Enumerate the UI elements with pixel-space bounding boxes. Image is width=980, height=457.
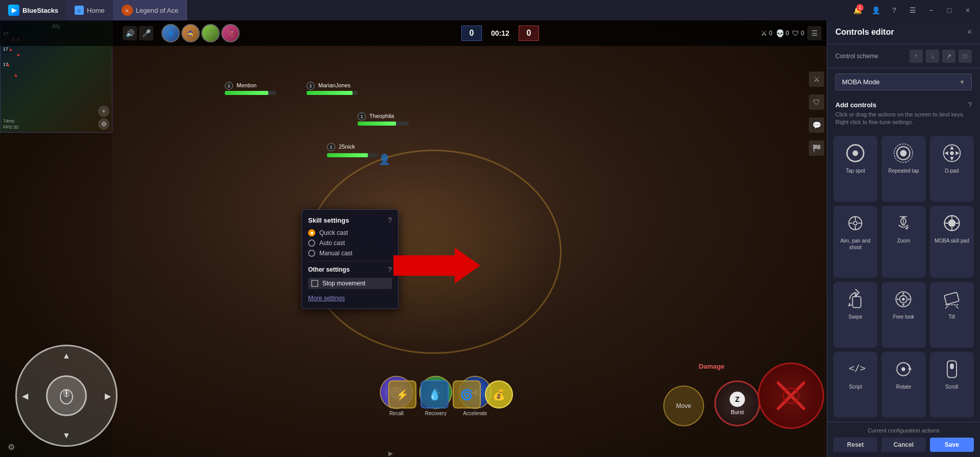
manual-cast-option[interactable]: Manual cast: [308, 250, 392, 257]
item-btn-2[interactable]: 💧: [421, 380, 449, 408]
nick25-level: 1: [327, 143, 335, 151]
skill-popup: Skill settings ? Quick cast Auto cast Ma…: [301, 209, 399, 309]
zoom-svg: [893, 213, 914, 233]
marian-name-text: MarianJones: [318, 82, 351, 88]
svg-rect-39: [944, 293, 959, 305]
quick-cast-option[interactable]: Quick cast: [308, 229, 392, 236]
other-settings-help[interactable]: ?: [388, 266, 392, 274]
dpad-ctrl-svg: [942, 143, 962, 163]
cancel-button[interactable]: Cancel: [881, 438, 925, 452]
minimap-zoom-btn[interactable]: +: [98, 106, 109, 117]
reset-button[interactable]: Reset: [833, 438, 877, 452]
scheme-export-btn[interactable]: ↗: [942, 50, 955, 63]
notification-button[interactable]: 🔔 1: [849, 2, 866, 18]
theophila-health-fill: [358, 122, 396, 126]
minimap-settings-btn[interactable]: ⚙: [98, 118, 109, 130]
quick-cast-radio[interactable]: [308, 229, 315, 236]
auto-cast-radio[interactable]: [308, 239, 315, 247]
auto-cast-option[interactable]: Auto cast: [308, 239, 392, 247]
tilt-icon: [941, 288, 963, 310]
home-tab[interactable]: ⌂ Home: [66, 0, 113, 20]
control-rotate[interactable]: Rotate: [881, 352, 925, 418]
control-aim-pan[interactable]: Aim, pan and shoot: [833, 206, 877, 278]
theophila-name: 1 Theophila: [358, 112, 409, 121]
control-tilt[interactable]: Tilt: [930, 282, 974, 348]
svg-marker-16: [950, 146, 953, 149]
mic-btn[interactable]: 🎤: [139, 26, 153, 40]
control-script[interactable]: </> Script: [833, 352, 877, 418]
title-bar-right: 🔔 1 👤 ? ☰ − □ ×: [849, 2, 980, 18]
menu-button[interactable]: ☰: [904, 2, 921, 18]
svg-point-29: [948, 219, 956, 227]
scheme-dropdown[interactable]: MOBA Mode ▼: [835, 74, 972, 90]
controls-panel: Controls editor × Control scheme ↑ ↓ ↗ □…: [827, 20, 980, 457]
dpad-down[interactable]: ▼: [62, 431, 71, 440]
control-scroll[interactable]: Scroll: [930, 352, 974, 418]
other-settings-label: Other settings: [308, 266, 349, 273]
scheme-import-btn[interactable]: ↓: [926, 50, 939, 63]
right-icon-2[interactable]: 🛡: [809, 94, 824, 110]
help-button[interactable]: ?: [886, 2, 902, 18]
right-icon-1[interactable]: ⚔: [809, 71, 824, 87]
scheme-share-btn[interactable]: ↑: [909, 50, 923, 63]
game-area: ▲▲ ▲ ▲ ▲ ▲ 17 17 17 Ally 74ms FPS:30 +: [0, 20, 827, 457]
gold-btn[interactable]: 💰: [485, 380, 513, 408]
dpad-up[interactable]: ▲: [62, 351, 71, 360]
item-btn-3[interactable]: 🌀: [453, 380, 481, 408]
dpad-left[interactable]: ◀: [22, 391, 28, 401]
svg-point-11: [853, 150, 858, 156]
script-icon: </>: [844, 358, 867, 380]
minimize-button[interactable]: −: [923, 2, 939, 18]
save-button[interactable]: Save: [930, 438, 974, 452]
controls-panel-close[interactable]: ×: [967, 28, 972, 37]
menu-icon[interactable]: ☰: [807, 26, 822, 40]
control-repeated-tap[interactable]: Repeated tap: [881, 136, 925, 202]
stop-movement-checkbox[interactable]: [311, 280, 318, 287]
control-dpad[interactable]: D-pad: [930, 136, 974, 202]
stop-movement-row[interactable]: Stop movement: [308, 278, 392, 289]
game-settings-gear[interactable]: ⚙: [8, 442, 15, 452]
svg-point-34: [902, 298, 905, 301]
dpad-center[interactable]: [46, 375, 87, 416]
bluestacks-tab[interactable]: ▶ BlueStacks: [0, 0, 66, 20]
bottom-triangle: ▶: [388, 450, 393, 457]
svg-point-20: [950, 151, 953, 155]
ultimate-icon: [771, 375, 811, 416]
skill-popup-help[interactable]: ?: [388, 216, 392, 224]
move-button[interactable]: Move: [663, 386, 704, 426]
home-tab-label: Home: [87, 7, 105, 14]
more-settings-link[interactable]: More settings: [308, 293, 392, 302]
svg-point-37: [897, 299, 899, 301]
item-btn-1[interactable]: ⚡: [388, 380, 416, 408]
control-moba-skill[interactable]: MOBA skill pad: [930, 206, 974, 278]
right-icon-4[interactable]: 🏁: [809, 140, 824, 156]
close-button[interactable]: ×: [960, 2, 976, 18]
scheme-copy-btn[interactable]: □: [959, 50, 972, 63]
footer-buttons: Reset Cancel Save: [833, 438, 974, 452]
free-look-label: Free look: [893, 314, 915, 320]
player-avatar-1: 👤: [161, 24, 180, 42]
controls-panel-header: Controls editor ×: [827, 20, 980, 44]
game-tab-icon: ⚔: [122, 5, 133, 16]
burst-button[interactable]: Z Burst: [714, 380, 760, 426]
right-icon-3[interactable]: 💬: [809, 117, 824, 133]
control-tap-spot[interactable]: Tap spot: [833, 136, 877, 202]
fps-display: 74ms FPS:30: [3, 118, 18, 130]
control-free-look[interactable]: Free look: [881, 282, 925, 348]
dpad[interactable]: ▲ ▼ ◀ ▶: [15, 345, 118, 447]
add-controls-help[interactable]: ?: [968, 101, 972, 109]
dpad-right[interactable]: ▶: [105, 391, 111, 401]
ultimate-button[interactable]: [758, 363, 824, 429]
maximize-button[interactable]: □: [941, 2, 958, 18]
sword-icon: ⚔: [761, 29, 767, 37]
profile-button[interactable]: 👤: [868, 2, 884, 18]
speaker-btn[interactable]: 🔊: [123, 26, 137, 40]
scroll-svg: [942, 359, 962, 379]
game-tab[interactable]: ⚔ Legend of Ace: [113, 0, 187, 20]
fps-label: FPS:30: [3, 125, 18, 130]
skill-popup-title: Skill settings: [308, 217, 349, 224]
manual-cast-radio[interactable]: [308, 250, 315, 257]
top-icons-right: ⚔ 0 💀 0 🛡 0 ☰: [761, 26, 822, 40]
control-zoom[interactable]: Zoom: [881, 206, 925, 278]
control-swipe[interactable]: Swipe: [833, 282, 877, 348]
